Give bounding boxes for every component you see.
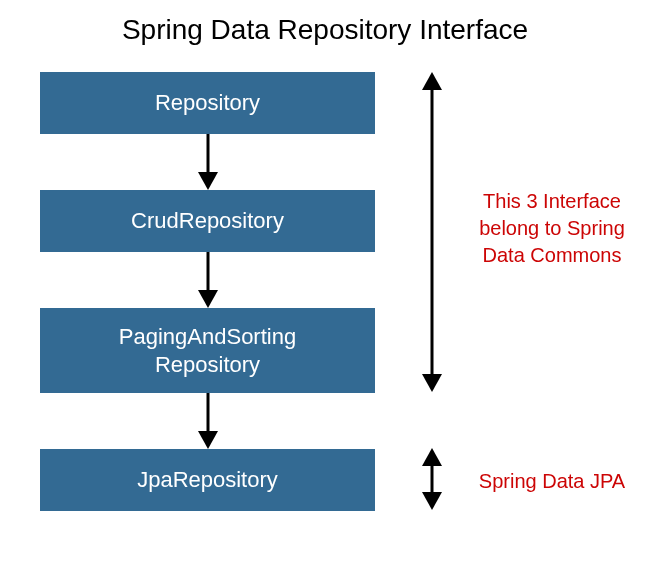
svg-marker-1 [198,172,218,190]
double-arrow-vertical-icon [418,72,446,392]
box-paging-sorting-repository: PagingAndSorting Repository [40,308,375,393]
box-paging-sorting-label-line1: PagingAndSorting [119,323,296,351]
bracket-commons [418,72,446,392]
hierarchy-column: Repository CrudRepository PagingAndSorti… [40,72,375,511]
connector-3 [40,393,375,449]
svg-marker-7 [422,72,442,90]
annotation-jpa-text: Spring Data JPA [479,470,625,492]
double-arrow-vertical-icon [418,448,446,510]
arrow-down-icon [196,252,220,308]
connector-1 [40,134,375,190]
annotation-jpa: Spring Data JPA [472,468,632,495]
annotation-commons-line3: Data Commons [472,242,632,269]
diagram-title: Spring Data Repository Interface [0,14,650,46]
box-repository-label: Repository [155,89,260,117]
svg-marker-5 [198,431,218,449]
annotation-commons: This 3 Interface belong to Spring Data C… [472,188,632,269]
box-crud-repository-label: CrudRepository [131,207,284,235]
svg-marker-3 [198,290,218,308]
box-repository: Repository [40,72,375,134]
box-jpa-repository-label: JpaRepository [137,466,278,494]
svg-marker-8 [422,374,442,392]
box-jpa-repository: JpaRepository [40,449,375,511]
annotation-commons-line1: This 3 Interface [472,188,632,215]
svg-marker-11 [422,492,442,510]
box-paging-sorting-label-line2: Repository [119,351,296,379]
svg-marker-10 [422,448,442,466]
bracket-jpa [418,448,446,510]
box-crud-repository: CrudRepository [40,190,375,252]
connector-2 [40,252,375,308]
arrow-down-icon [196,393,220,449]
arrow-down-icon [196,134,220,190]
annotation-commons-line2: belong to Spring [472,215,632,242]
